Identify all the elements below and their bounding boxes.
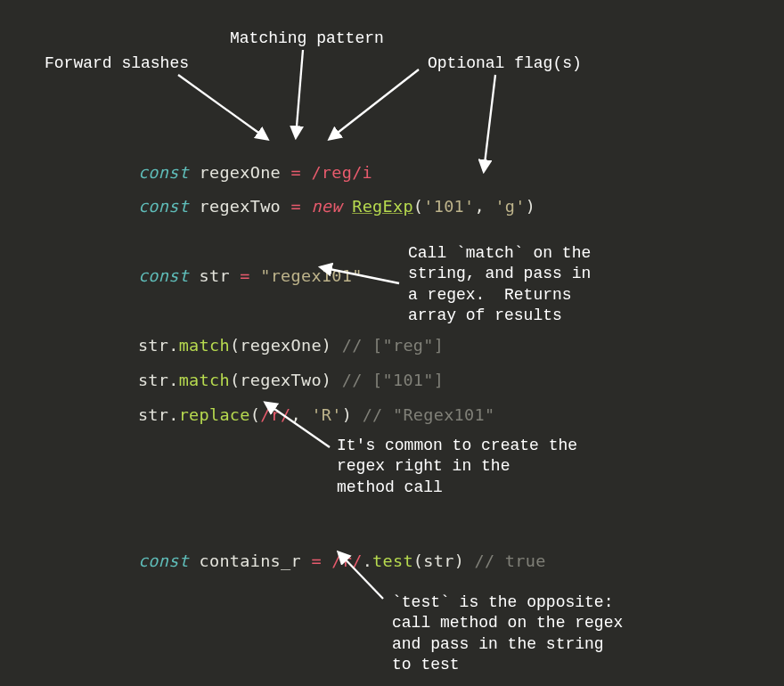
regex-literal: /r/ bbox=[260, 405, 290, 424]
annotation-test-note: `test` is the opposite: call method on t… bbox=[392, 592, 623, 676]
keyword-const: const bbox=[138, 551, 189, 570]
punct: ( bbox=[413, 197, 423, 216]
annotation-forward-slashes: Forward slashes bbox=[45, 53, 189, 74]
arrow-optional-flags-2 bbox=[484, 75, 495, 171]
punct: ( bbox=[413, 551, 423, 570]
punct: ( bbox=[250, 405, 260, 424]
code-line-5: str.match(regexTwo) // ["101"] bbox=[118, 352, 444, 389]
punct: . bbox=[168, 405, 178, 424]
arrow-optional-flags-1 bbox=[330, 69, 419, 139]
string-literal: "regex101" bbox=[260, 266, 362, 285]
keyword-const: const bbox=[138, 266, 189, 285]
comment: // "Regex101" bbox=[363, 405, 495, 424]
punct: ) bbox=[526, 197, 535, 216]
string-literal: 'g' bbox=[494, 197, 525, 216]
string-literal: '101' bbox=[423, 197, 474, 216]
method-replace: replace bbox=[179, 405, 250, 424]
string-literal: 'R' bbox=[311, 405, 341, 424]
punct: ) bbox=[342, 405, 352, 424]
punct: , bbox=[475, 197, 495, 216]
identifier: str bbox=[423, 551, 453, 570]
punct: , bbox=[291, 405, 312, 424]
class-regexp: RegExp bbox=[352, 197, 413, 216]
comment: // true bbox=[475, 551, 546, 570]
regex-literal: /r/ bbox=[331, 551, 362, 570]
arrow-matching-pattern bbox=[296, 50, 303, 137]
identifier: str bbox=[138, 405, 168, 424]
code-line-7: const contains_r = /r/.test(str) // true bbox=[118, 533, 546, 570]
arrow-forward-slashes bbox=[178, 75, 267, 139]
operator-eq: = bbox=[240, 266, 249, 285]
operator-eq: = bbox=[291, 197, 301, 216]
keyword-const: const bbox=[138, 197, 189, 216]
annotation-optional-flags: Optional flag(s) bbox=[428, 53, 582, 74]
annotation-match-note: Call `match` on the string, and pass in … bbox=[408, 243, 591, 327]
code-line-4: str.match(regexOne) // ["reg"] bbox=[118, 317, 444, 355]
keyword-new: new bbox=[311, 197, 341, 216]
identifier: contains_r bbox=[200, 551, 301, 570]
operator-eq: = bbox=[311, 551, 321, 570]
annotation-matching-pattern: Matching pattern bbox=[230, 29, 384, 49]
method-test: test bbox=[372, 551, 413, 570]
code-line-1: const regexOne = /reg/i bbox=[118, 144, 372, 182]
code-line-2: const regexTwo = new RegExp('101', 'g') bbox=[118, 178, 535, 216]
identifier: str bbox=[200, 266, 230, 285]
identifier: regexTwo bbox=[200, 197, 282, 216]
annotation-inline-note: It's common to create the regex right in… bbox=[337, 436, 577, 498]
punct: . bbox=[363, 551, 372, 570]
code-line-6: str.replace(/r/, 'R') // "Regex101" bbox=[118, 387, 494, 424]
punct: ) bbox=[454, 551, 464, 570]
code-line-3: const str = "regex101" bbox=[118, 248, 363, 285]
